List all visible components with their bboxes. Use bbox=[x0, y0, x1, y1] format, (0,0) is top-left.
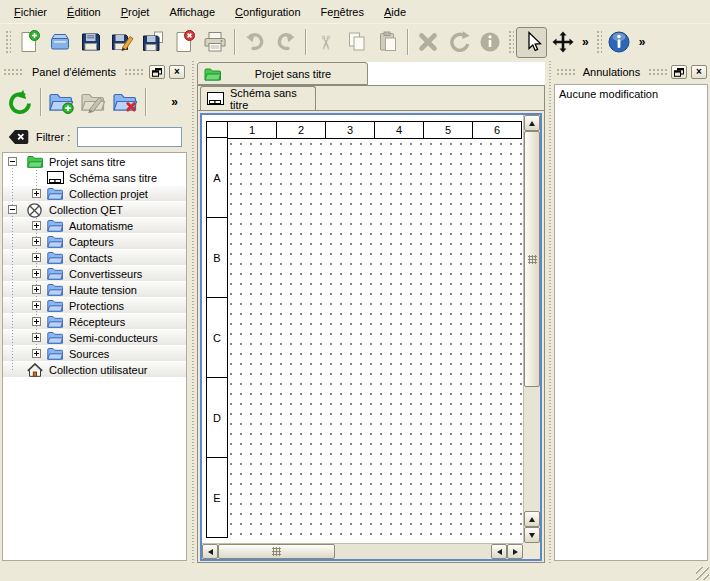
elements-panel-header[interactable]: Panel d'éléments × bbox=[0, 62, 188, 82]
expand-icon[interactable] bbox=[32, 269, 41, 278]
tree-item[interactable]: Schéma sans titre bbox=[3, 170, 186, 186]
expand-icon[interactable] bbox=[32, 221, 41, 230]
menu-item[interactable]: Fenêtres bbox=[311, 0, 374, 23]
scroll-left-button[interactable] bbox=[202, 544, 218, 559]
tree-item[interactable]: Semi-conducteurs bbox=[3, 330, 186, 346]
menu-item[interactable]: Aide bbox=[374, 0, 416, 23]
horizontal-scroll-track[interactable] bbox=[335, 544, 491, 559]
tree-item[interactable]: Protections bbox=[3, 298, 186, 314]
panel-overflow-button[interactable]: » bbox=[167, 95, 184, 109]
collapse-icon[interactable] bbox=[8, 205, 17, 214]
menu-item[interactable]: Édition bbox=[57, 0, 111, 23]
redo-button bbox=[270, 27, 301, 58]
expand-icon[interactable] bbox=[32, 317, 41, 326]
save-all-button[interactable] bbox=[137, 27, 168, 58]
expand-icon[interactable] bbox=[32, 301, 41, 310]
left-arrow-icon bbox=[208, 549, 213, 555]
print-button[interactable] bbox=[199, 27, 230, 58]
dock-texture bbox=[3, 68, 24, 77]
tree-item[interactable]: Collection utilisateur bbox=[3, 362, 186, 378]
vertical-scroll-track[interactable] bbox=[524, 387, 540, 511]
tree-item[interactable]: Récepteurs bbox=[3, 314, 186, 330]
menu-item[interactable]: Projet bbox=[111, 0, 160, 23]
redo-icon bbox=[274, 30, 298, 54]
toolbar-separator bbox=[234, 29, 235, 55]
tree-item[interactable]: Automatisme bbox=[3, 218, 186, 234]
toolbar-overflow-button[interactable]: » bbox=[578, 35, 593, 49]
home-icon bbox=[27, 363, 43, 377]
scroll-right-button[interactable] bbox=[507, 544, 523, 559]
menu-item[interactable]: Affichage bbox=[159, 0, 225, 23]
toolbar-overflow-button[interactable]: » bbox=[635, 35, 650, 49]
thumb-grip bbox=[528, 255, 537, 264]
new-file-button[interactable] bbox=[13, 27, 44, 58]
menu-item[interactable]: Configuration bbox=[225, 0, 310, 23]
scroll-left-button[interactable] bbox=[491, 544, 507, 559]
left-splitter[interactable] bbox=[188, 60, 197, 563]
menu-item[interactable]: Fichier bbox=[4, 0, 57, 23]
undo-list-item[interactable]: Aucune modification bbox=[555, 85, 707, 103]
scroll-down-button[interactable] bbox=[524, 527, 540, 543]
open-file-button[interactable] bbox=[44, 27, 75, 58]
expand-icon[interactable] bbox=[32, 253, 41, 262]
select-tool-button[interactable] bbox=[516, 27, 547, 58]
dock-close-button[interactable]: × bbox=[169, 65, 185, 79]
tree-item[interactable]: Convertisseurs bbox=[3, 266, 186, 282]
dock-title: Annulations bbox=[579, 66, 645, 78]
horizontal-scrollbar[interactable] bbox=[202, 543, 523, 559]
tree-item[interactable]: Collection projet bbox=[3, 186, 186, 202]
save-as-button[interactable] bbox=[106, 27, 137, 58]
horizontal-scroll-thumb[interactable] bbox=[218, 544, 335, 559]
right-splitter[interactable] bbox=[545, 60, 553, 563]
tree-item-label: Protections bbox=[69, 300, 124, 312]
tab-project[interactable]: Projet sans titre bbox=[197, 62, 368, 85]
tree-item[interactable]: Sources bbox=[3, 346, 186, 362]
toolbar-drag-handle[interactable] bbox=[507, 29, 514, 55]
expand-icon[interactable] bbox=[32, 189, 41, 198]
rotate-icon bbox=[447, 30, 471, 54]
folder-icon bbox=[47, 315, 63, 328]
clear-filter-icon[interactable] bbox=[8, 129, 29, 145]
tree-item[interactable]: Projet sans titre bbox=[3, 154, 186, 170]
save-button[interactable] bbox=[75, 27, 106, 58]
scroll-up-button[interactable] bbox=[524, 115, 540, 131]
new-category-button[interactable] bbox=[45, 86, 77, 118]
vertical-scrollbar[interactable] bbox=[523, 115, 540, 543]
tree-item[interactable]: Capteurs bbox=[3, 234, 186, 250]
filter-input[interactable] bbox=[77, 127, 182, 147]
move-tool-button[interactable] bbox=[547, 27, 578, 58]
undo-button bbox=[239, 27, 270, 58]
diagram-canvas[interactable]: 123456 ABCDE bbox=[202, 115, 523, 543]
expand-icon[interactable] bbox=[32, 333, 41, 342]
toolbar-drag-handle[interactable] bbox=[595, 29, 602, 55]
tree-item[interactable]: Haute tension bbox=[3, 282, 186, 298]
expand-icon[interactable] bbox=[32, 285, 41, 294]
info-button bbox=[474, 27, 505, 58]
close-file-button[interactable] bbox=[168, 27, 199, 58]
print-icon bbox=[203, 30, 227, 54]
filter-row: Filtrer : bbox=[0, 122, 188, 152]
expand-icon[interactable] bbox=[32, 349, 41, 358]
undo-panel-header[interactable]: Annulations × bbox=[553, 62, 710, 82]
dock-float-button[interactable] bbox=[671, 65, 687, 79]
reload-collections-button[interactable] bbox=[4, 86, 36, 118]
about-qet-button[interactable] bbox=[604, 27, 635, 58]
collapse-icon[interactable] bbox=[8, 157, 17, 166]
scroll-up-button[interactable] bbox=[524, 511, 540, 527]
toolbar-separator bbox=[407, 29, 408, 55]
dock-texture bbox=[556, 68, 575, 77]
undo-panel-dock: Annulations × Aucune modification bbox=[553, 60, 710, 563]
row-header-column: ABCDE bbox=[206, 138, 228, 538]
undo-history-list[interactable]: Aucune modification bbox=[554, 84, 708, 561]
delete-category-button[interactable] bbox=[109, 86, 141, 118]
project-folder-icon bbox=[204, 67, 221, 81]
tree-item[interactable]: Collection QET bbox=[3, 202, 186, 218]
dock-float-button[interactable] bbox=[149, 65, 165, 79]
expand-icon[interactable] bbox=[32, 237, 41, 246]
toolbar-drag-handle[interactable] bbox=[4, 29, 11, 55]
vertical-scroll-thumb[interactable] bbox=[524, 131, 540, 387]
tree-item[interactable]: Contacts bbox=[3, 250, 186, 266]
resize-grip-icon[interactable] bbox=[696, 567, 709, 580]
dock-close-button[interactable]: × bbox=[691, 65, 707, 79]
tab-schema[interactable]: Schéma sans titre bbox=[200, 86, 316, 110]
